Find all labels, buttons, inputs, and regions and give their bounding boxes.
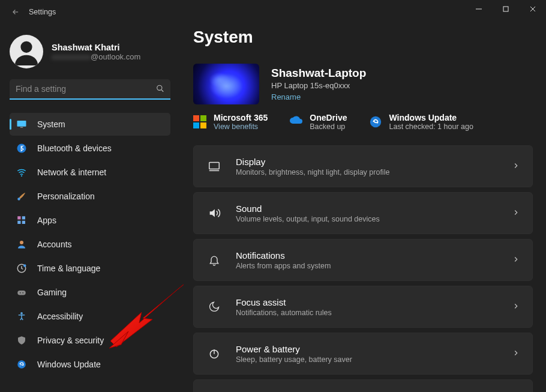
gamepad-icon — [16, 286, 28, 298]
sidebar-item-label: Windows Update — [37, 360, 101, 369]
brush-icon — [16, 190, 28, 202]
sidebar-item-update[interactable]: Windows Update — [10, 353, 170, 376]
card-sub: Monitors, brightness, night light, displ… — [236, 168, 512, 176]
svg-point-16 — [20, 292, 21, 294]
card-sub: Alerts from apps and system — [236, 262, 512, 270]
sidebar-item-accounts[interactable]: Accounts — [10, 233, 170, 256]
window-controls — [465, 0, 546, 18]
svg-rect-8 — [17, 216, 20, 219]
svg-point-7 — [17, 198, 20, 201]
status-onedrive[interactable]: OneDrive Backed up — [289, 113, 347, 131]
apps-icon — [16, 214, 28, 226]
back-button[interactable] — [10, 6, 22, 18]
svg-point-20 — [370, 116, 380, 127]
svg-point-6 — [21, 175, 22, 176]
window-title: Settings — [29, 8, 56, 16]
svg-rect-4 — [20, 127, 23, 128]
status-update[interactable]: Windows Update Last checked: 1 hour ago — [369, 113, 473, 131]
card-title: Display — [236, 157, 512, 167]
minimize-button[interactable] — [465, 0, 492, 18]
sidebar-item-accessibility[interactable]: Accessibility — [10, 305, 170, 328]
sidebar-item-gaming[interactable]: Gaming — [10, 281, 170, 304]
chevron-right-icon — [512, 161, 520, 172]
status-sub: Backed up — [310, 122, 347, 131]
sidebar-item-apps[interactable]: Apps — [10, 209, 170, 232]
pc-info: Shashwat-Laptop HP Laptop 15s-eq0xxx Ren… — [271, 67, 366, 101]
status-title: Microsoft 365 — [214, 113, 268, 122]
bluetooth-icon — [16, 142, 28, 154]
update-icon — [16, 358, 28, 370]
person-icon — [16, 238, 28, 250]
settings-list: Display Monitors, brightness, night ligh… — [193, 145, 533, 392]
svg-point-19 — [17, 360, 26, 369]
sidebar-item-bluetooth[interactable]: Bluetooth & devices — [10, 137, 170, 160]
main-content: System Shashwat-Laptop HP Laptop 15s-eq0… — [180, 24, 546, 392]
sound-icon — [206, 207, 223, 220]
card-focus-assist[interactable]: Focus assist Notifications, automatic ru… — [193, 286, 533, 328]
maximize-button[interactable] — [492, 0, 519, 18]
svg-point-1 — [20, 41, 32, 53]
card-title: Notifications — [236, 250, 512, 261]
status-m365[interactable]: Microsoft 365 View benefits — [193, 113, 268, 131]
rename-link[interactable]: Rename — [271, 92, 301, 101]
user-name: Shashwat Khatri — [52, 43, 140, 52]
status-title: Windows Update — [389, 113, 473, 122]
pc-summary: Shashwat-Laptop HP Laptop 15s-eq0xxx Ren… — [193, 64, 533, 104]
svg-rect-21 — [209, 163, 220, 169]
svg-point-12 — [20, 241, 23, 244]
svg-rect-11 — [22, 221, 25, 224]
pc-model: HP Laptop 15s-eq0xxx — [271, 81, 366, 90]
wifi-icon — [16, 166, 28, 178]
sidebar-nav: System Bluetooth & devices Network & int… — [10, 113, 170, 376]
clock-icon — [16, 262, 28, 274]
microsoft-365-icon — [193, 115, 206, 128]
onedrive-icon — [289, 115, 302, 128]
sidebar-item-privacy[interactable]: Privacy & security — [10, 329, 170, 352]
moon-icon — [206, 301, 223, 313]
status-sub: View benefits — [214, 122, 268, 131]
user-info: Shashwat Khatri xxxxxxxxxx@outlook.com — [52, 43, 140, 61]
card-storage[interactable]: Storage Storage space, drives, configura… — [193, 379, 533, 392]
minimize-icon — [476, 6, 482, 12]
pc-name: Shashwat-Laptop — [271, 67, 366, 80]
windows-update-icon — [369, 115, 382, 128]
sidebar-item-time[interactable]: Time & language — [10, 257, 170, 280]
svg-rect-10 — [17, 221, 20, 224]
card-notifications[interactable]: Notifications Alerts from apps and syste… — [193, 239, 533, 281]
svg-rect-3 — [17, 121, 26, 127]
card-power[interactable]: Power & battery Sleep, battery usage, ba… — [193, 333, 533, 375]
display-icon — [206, 160, 223, 173]
avatar-icon — [13, 38, 40, 65]
close-button[interactable] — [519, 0, 546, 18]
search-input[interactable] — [10, 79, 170, 100]
card-sub: Volume levels, output, input, sound devi… — [236, 215, 512, 223]
pc-thumbnail — [193, 64, 259, 104]
chevron-right-icon — [512, 302, 520, 312]
user-email: xxxxxxxxxx@outlook.com — [52, 52, 140, 61]
sidebar-item-network[interactable]: Network & internet — [10, 161, 170, 184]
shield-icon — [16, 334, 28, 346]
card-sound[interactable]: Sound Volume levels, output, input, soun… — [193, 192, 533, 234]
sidebar-item-system[interactable]: System — [10, 113, 170, 136]
sidebar-item-personalization[interactable]: Personalization — [10, 185, 170, 208]
sidebar-item-label: Network & internet — [37, 167, 106, 177]
card-display[interactable]: Display Monitors, brightness, night ligh… — [193, 145, 533, 187]
sidebar-item-label: Apps — [37, 216, 56, 225]
monitor-icon — [16, 118, 28, 130]
svg-rect-15 — [17, 291, 26, 295]
chevron-right-icon — [512, 208, 520, 219]
sidebar-item-label: Accessibility — [37, 312, 83, 321]
sidebar-item-label: Time & language — [37, 264, 100, 273]
svg-point-5 — [17, 144, 26, 153]
sidebar: Shashwat Khatri xxxxxxxxxx@outlook.com S… — [0, 24, 180, 392]
svg-rect-9 — [22, 216, 25, 219]
chevron-right-icon — [512, 349, 520, 359]
svg-point-14 — [23, 264, 26, 267]
card-sub: Sleep, battery usage, battery saver — [236, 355, 512, 364]
sidebar-item-label: Privacy & security — [37, 336, 104, 345]
card-title: Focus assist — [236, 297, 512, 307]
avatar — [10, 35, 43, 68]
search-container — [10, 79, 170, 100]
user-card[interactable]: Shashwat Khatri xxxxxxxxxx@outlook.com — [10, 35, 170, 68]
svg-point-18 — [20, 312, 23, 315]
